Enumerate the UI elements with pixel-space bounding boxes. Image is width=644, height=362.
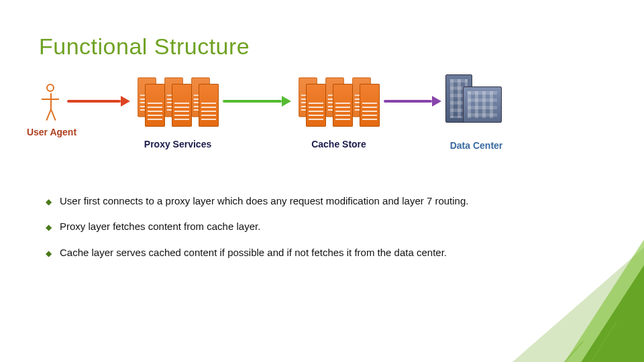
bullet-text: Proxy layer fetches content from cache l… xyxy=(60,220,260,233)
bullet-icon: ◆ xyxy=(46,248,52,259)
proxy-servers-icon xyxy=(134,76,215,128)
bullet-text: User first connects to a proxy layer whi… xyxy=(60,194,468,208)
bullet-text: Cache layer serves cached content if pos… xyxy=(60,246,447,259)
user-agent-label: User Agent xyxy=(25,127,78,137)
cache-label: Cache Store xyxy=(302,139,376,149)
data-center-icon xyxy=(445,74,503,127)
list-item: ◆ Proxy layer fetches content from cache… xyxy=(46,220,555,233)
list-item: ◆ Cache layer serves cached content if p… xyxy=(46,246,555,259)
bullet-icon: ◆ xyxy=(46,196,52,208)
slide-title: Functional Structure xyxy=(39,34,250,60)
user-agent-icon xyxy=(40,84,63,124)
cache-servers-icon xyxy=(295,76,376,128)
data-center-label: Data Center xyxy=(439,140,513,151)
bullet-icon: ◆ xyxy=(46,222,52,233)
proxy-label: Proxy Services xyxy=(138,139,218,149)
architecture-diagram: User Agent Proxy Services Cache Store Da… xyxy=(40,77,523,168)
bullet-list: ◆ User first connects to a proxy layer w… xyxy=(46,194,555,272)
list-item: ◆ User first connects to a proxy layer w… xyxy=(46,194,555,208)
